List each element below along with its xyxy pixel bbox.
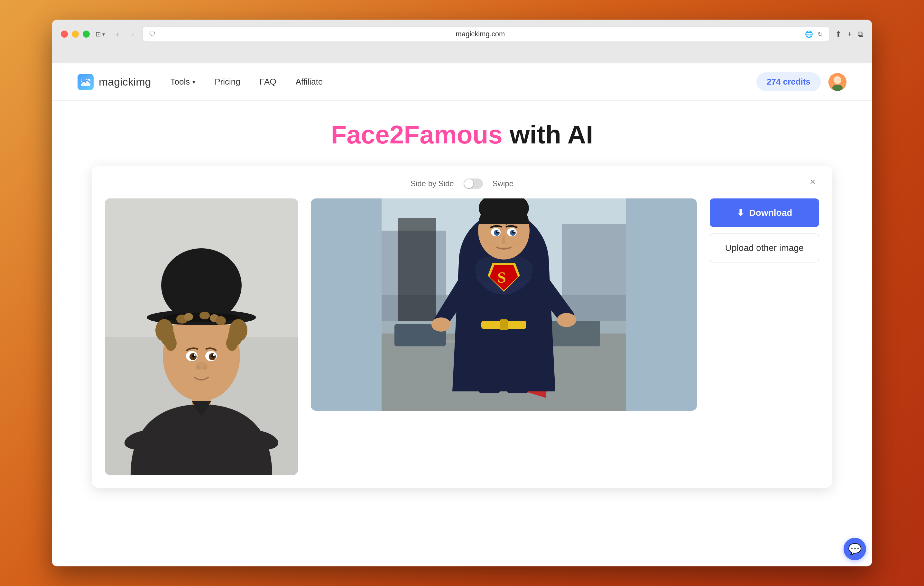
result-image: S (311, 198, 697, 411)
upload-other-button[interactable]: Upload other image (710, 234, 819, 262)
shield-icon: 🛡 (149, 31, 156, 38)
svg-rect-64 (478, 329, 501, 393)
nav-pricing[interactable]: Pricing (214, 77, 240, 87)
address-bar-actions: 🌐 ↻ (805, 30, 823, 38)
svg-point-61 (557, 313, 576, 327)
svg-point-58 (497, 231, 499, 232)
tools-chevron-icon: ▾ (192, 79, 195, 86)
page-content: magickimg Tools ▾ Pricing FAQ Affiliate (52, 63, 872, 566)
browser-right-actions: ⬆ + ⧉ (835, 30, 863, 39)
tab-bar (61, 47, 863, 63)
share-icon[interactable]: ⬆ (835, 30, 842, 39)
url-text: magickimg.com (160, 30, 800, 38)
comparison-header: Side by Side Swipe (105, 178, 819, 189)
download-icon: ⬇ (737, 207, 744, 218)
swipe-label: Swipe (493, 179, 513, 188)
new-tab-icon[interactable]: + (847, 30, 852, 39)
svg-rect-41 (398, 218, 436, 321)
svg-point-32 (213, 354, 215, 356)
svg-point-60 (431, 318, 451, 332)
nav-affiliate[interactable]: Affiliate (296, 77, 323, 87)
close-button[interactable]: × (806, 175, 819, 188)
refresh-icon[interactable]: ↻ (817, 30, 823, 38)
browser-chrome: ⊡ ▾ ‹ › 🛡 magickimg.com 🌐 ↻ ⬆ + (52, 20, 872, 63)
sidebar-chevron-icon: ▾ (102, 31, 105, 37)
main-section: Face2Famous with AI Side by Side Swipe × (52, 100, 872, 566)
back-button[interactable]: ‹ (113, 30, 122, 39)
view-toggle[interactable] (464, 178, 483, 189)
svg-point-12 (161, 248, 242, 322)
logo-icon (78, 74, 94, 90)
forward-button[interactable]: › (128, 30, 137, 39)
nav-tools[interactable]: Tools ▾ (170, 77, 195, 87)
browser-top-bar: ⊡ ▾ ‹ › 🛡 magickimg.com 🌐 ↻ ⬆ + (61, 27, 863, 41)
sidebar-toggle[interactable]: ⊡ ▾ (96, 30, 105, 38)
nav-links: Tools ▾ Pricing FAQ Affiliate (170, 77, 756, 87)
browser-window: ⊡ ▾ ‹ › 🛡 magickimg.com 🌐 ↻ ⬆ + (52, 20, 872, 566)
nav-faq[interactable]: FAQ (260, 77, 276, 87)
page-title: Face2Famous with AI (331, 120, 593, 150)
sidebar-icon: ⊡ (96, 30, 101, 38)
comparison-card: Side by Side Swipe × (92, 166, 832, 488)
svg-point-24 (216, 316, 226, 325)
svg-rect-1 (81, 78, 86, 81)
minimize-traffic-light[interactable] (72, 31, 79, 38)
svg-point-22 (200, 312, 210, 319)
chat-button[interactable]: 💬 (843, 538, 866, 560)
fullscreen-traffic-light[interactable] (82, 31, 90, 38)
logo-area[interactable]: magickimg (78, 74, 151, 90)
svg-point-34 (196, 365, 200, 370)
credits-badge[interactable]: 274 credits (756, 72, 821, 91)
browser-nav-controls: ‹ › (113, 30, 137, 39)
action-buttons: ⬇ Download Upload other image (710, 198, 819, 262)
svg-rect-63 (500, 319, 508, 330)
nav-right: 274 credits (756, 72, 846, 91)
svg-point-21 (184, 313, 193, 321)
close-traffic-light[interactable] (61, 31, 68, 38)
navbar: magickimg Tools ▾ Pricing FAQ Affiliate (52, 63, 872, 100)
logo-text: magickimg (99, 76, 151, 88)
svg-point-3 (833, 76, 842, 84)
svg-point-59 (513, 231, 515, 232)
user-avatar[interactable] (828, 73, 846, 91)
svg-point-19 (226, 336, 238, 351)
tabs-icon[interactable]: ⧉ (858, 30, 863, 39)
svg-text:S: S (497, 269, 506, 286)
images-area: S (105, 198, 819, 475)
svg-rect-65 (507, 329, 529, 393)
close-icon: × (810, 176, 815, 187)
svg-point-31 (194, 354, 196, 356)
original-image (105, 198, 298, 475)
address-bar[interactable]: 🛡 magickimg.com 🌐 ↻ (143, 27, 829, 41)
download-button[interactable]: ⬇ Download (710, 198, 819, 227)
svg-rect-42 (562, 224, 626, 321)
chat-icon: 💬 (848, 543, 861, 555)
traffic-lights (61, 31, 90, 38)
svg-point-16 (165, 336, 177, 351)
svg-point-4 (832, 85, 843, 91)
side-by-side-label: Side by Side (411, 179, 454, 188)
translate-icon[interactable]: 🌐 (805, 30, 813, 38)
svg-point-35 (203, 365, 208, 370)
